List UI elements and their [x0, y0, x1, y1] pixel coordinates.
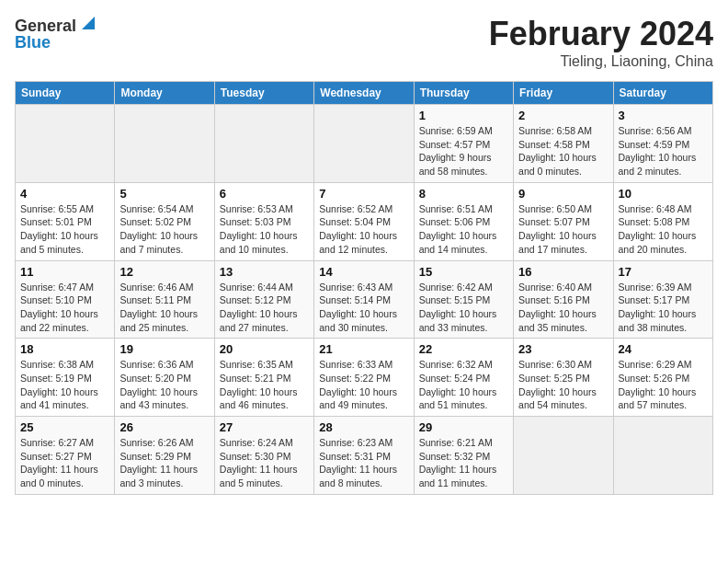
day-info: Sunrise: 6:42 AM Sunset: 5:15 PM Dayligh… [419, 281, 508, 335]
day-number: 18 [20, 342, 109, 356]
day-info: Sunrise: 6:24 AM Sunset: 5:30 PM Dayligh… [220, 436, 309, 490]
day-number: 29 [419, 420, 508, 434]
calendar-cell [115, 105, 214, 183]
day-header-monday: Monday [115, 82, 214, 105]
day-info: Sunrise: 6:40 AM Sunset: 5:16 PM Dayligh… [518, 281, 608, 335]
day-header-tuesday: Tuesday [214, 82, 313, 105]
day-number: 9 [518, 187, 608, 201]
calendar-cell: 26Sunrise: 6:26 AM Sunset: 5:29 PM Dayli… [115, 417, 214, 495]
day-number: 2 [518, 109, 608, 122]
day-number: 26 [119, 420, 209, 434]
day-number: 20 [220, 342, 309, 356]
day-number: 7 [319, 187, 408, 201]
calendar-cell: 28Sunrise: 6:23 AM Sunset: 5:31 PM Dayli… [314, 417, 414, 495]
day-number: 22 [419, 342, 508, 356]
day-number: 12 [119, 265, 209, 279]
day-info: Sunrise: 6:29 AM Sunset: 5:26 PM Dayligh… [619, 358, 708, 412]
calendar-cell: 7Sunrise: 6:52 AM Sunset: 5:04 PM Daylig… [314, 182, 414, 260]
day-info: Sunrise: 6:26 AM Sunset: 5:29 PM Dayligh… [119, 436, 209, 490]
title-area: February 2024 Tieling, Liaoning, China [489, 15, 713, 70]
calendar-cell: 21Sunrise: 6:33 AM Sunset: 5:22 PM Dayli… [314, 339, 414, 417]
day-number: 14 [319, 265, 408, 279]
calendar-cell: 13Sunrise: 6:44 AM Sunset: 5:12 PM Dayli… [214, 260, 313, 339]
day-info: Sunrise: 6:55 AM Sunset: 5:01 PM Dayligh… [20, 202, 109, 257]
calendar-header-row: SundayMondayTuesdayWednesdayThursdayFrid… [16, 82, 713, 105]
day-header-friday: Friday [514, 82, 613, 105]
calendar-week-row: 18Sunrise: 6:38 AM Sunset: 5:19 PM Dayli… [16, 339, 713, 417]
day-number: 15 [419, 265, 508, 279]
calendar-cell [314, 105, 414, 183]
day-info: Sunrise: 6:27 AM Sunset: 5:27 PM Dayligh… [20, 436, 109, 490]
day-header-thursday: Thursday [414, 82, 513, 105]
logo-triangle-icon [78, 15, 95, 36]
calendar-cell: 12Sunrise: 6:46 AM Sunset: 5:11 PM Dayli… [115, 260, 214, 339]
day-info: Sunrise: 6:52 AM Sunset: 5:04 PM Dayligh… [319, 202, 408, 257]
day-info: Sunrise: 6:21 AM Sunset: 5:32 PM Dayligh… [419, 436, 508, 490]
day-number: 21 [319, 342, 408, 356]
calendar-cell: 27Sunrise: 6:24 AM Sunset: 5:30 PM Dayli… [214, 417, 313, 495]
day-number: 17 [619, 265, 708, 279]
calendar-cell: 4Sunrise: 6:55 AM Sunset: 5:01 PM Daylig… [16, 182, 115, 260]
calendar-cell: 19Sunrise: 6:36 AM Sunset: 5:20 PM Dayli… [115, 339, 214, 417]
calendar-cell: 6Sunrise: 6:53 AM Sunset: 5:03 PM Daylig… [214, 182, 313, 260]
day-info: Sunrise: 6:43 AM Sunset: 5:14 PM Dayligh… [319, 281, 408, 335]
calendar-cell: 1Sunrise: 6:59 AM Sunset: 4:57 PM Daylig… [414, 105, 513, 183]
calendar-cell: 16Sunrise: 6:40 AM Sunset: 5:16 PM Dayli… [514, 260, 613, 339]
svg-marker-0 [82, 17, 95, 29]
day-number: 27 [220, 420, 309, 434]
day-number: 11 [20, 265, 109, 279]
day-info: Sunrise: 6:33 AM Sunset: 5:22 PM Dayligh… [319, 358, 408, 412]
logo-blue: Blue [15, 34, 51, 52]
calendar-cell [613, 417, 712, 495]
calendar-cell [514, 417, 613, 495]
calendar-cell: 24Sunrise: 6:29 AM Sunset: 5:26 PM Dayli… [613, 339, 712, 417]
day-info: Sunrise: 6:35 AM Sunset: 5:21 PM Dayligh… [220, 358, 309, 412]
calendar-week-row: 1Sunrise: 6:59 AM Sunset: 4:57 PM Daylig… [16, 105, 713, 183]
calendar-cell: 29Sunrise: 6:21 AM Sunset: 5:32 PM Dayli… [414, 417, 513, 495]
day-info: Sunrise: 6:36 AM Sunset: 5:20 PM Dayligh… [119, 358, 209, 412]
day-info: Sunrise: 6:39 AM Sunset: 5:17 PM Dayligh… [619, 281, 708, 335]
day-number: 10 [619, 187, 708, 201]
calendar-cell: 2Sunrise: 6:58 AM Sunset: 4:58 PM Daylig… [514, 105, 613, 183]
day-number: 5 [119, 187, 209, 201]
day-info: Sunrise: 6:53 AM Sunset: 5:03 PM Dayligh… [220, 202, 309, 257]
day-number: 3 [619, 109, 708, 122]
day-number: 25 [20, 420, 109, 434]
calendar-cell: 3Sunrise: 6:56 AM Sunset: 4:59 PM Daylig… [613, 105, 712, 183]
day-info: Sunrise: 6:47 AM Sunset: 5:10 PM Dayligh… [20, 281, 109, 335]
day-info: Sunrise: 6:59 AM Sunset: 4:57 PM Dayligh… [419, 124, 508, 178]
calendar-table: SundayMondayTuesdayWednesdayThursdayFrid… [15, 81, 713, 495]
calendar-cell: 5Sunrise: 6:54 AM Sunset: 5:02 PM Daylig… [115, 182, 214, 260]
day-number: 6 [220, 187, 309, 201]
calendar-cell: 17Sunrise: 6:39 AM Sunset: 5:17 PM Dayli… [613, 260, 712, 339]
calendar-cell: 15Sunrise: 6:42 AM Sunset: 5:15 PM Dayli… [414, 260, 513, 339]
month-title: February 2024 [489, 15, 713, 53]
day-info: Sunrise: 6:38 AM Sunset: 5:19 PM Dayligh… [20, 358, 109, 412]
day-info: Sunrise: 6:32 AM Sunset: 5:24 PM Dayligh… [419, 358, 508, 412]
day-info: Sunrise: 6:56 AM Sunset: 4:59 PM Dayligh… [619, 124, 708, 178]
day-info: Sunrise: 6:30 AM Sunset: 5:25 PM Dayligh… [518, 358, 608, 412]
day-info: Sunrise: 6:51 AM Sunset: 5:06 PM Dayligh… [419, 202, 508, 257]
day-number: 23 [518, 342, 608, 356]
day-info: Sunrise: 6:58 AM Sunset: 4:58 PM Dayligh… [518, 124, 608, 178]
calendar-week-row: 11Sunrise: 6:47 AM Sunset: 5:10 PM Dayli… [16, 260, 713, 339]
day-header-wednesday: Wednesday [314, 82, 414, 105]
day-info: Sunrise: 6:44 AM Sunset: 5:12 PM Dayligh… [220, 281, 309, 335]
calendar-cell: 20Sunrise: 6:35 AM Sunset: 5:21 PM Dayli… [214, 339, 313, 417]
day-header-saturday: Saturday [613, 82, 712, 105]
day-number: 13 [220, 265, 309, 279]
day-number: 1 [419, 109, 508, 122]
calendar-cell: 18Sunrise: 6:38 AM Sunset: 5:19 PM Dayli… [16, 339, 115, 417]
calendar-cell: 25Sunrise: 6:27 AM Sunset: 5:27 PM Dayli… [16, 417, 115, 495]
day-info: Sunrise: 6:23 AM Sunset: 5:31 PM Dayligh… [319, 436, 408, 490]
location-title: Tieling, Liaoning, China [489, 53, 713, 70]
day-number: 19 [119, 342, 209, 356]
logo: General Blue [15, 15, 95, 52]
day-info: Sunrise: 6:50 AM Sunset: 5:07 PM Dayligh… [518, 202, 608, 257]
calendar-cell: 22Sunrise: 6:32 AM Sunset: 5:24 PM Dayli… [414, 339, 513, 417]
calendar-cell [214, 105, 313, 183]
calendar-cell [16, 105, 115, 183]
day-number: 28 [319, 420, 408, 434]
calendar-cell: 9Sunrise: 6:50 AM Sunset: 5:07 PM Daylig… [514, 182, 613, 260]
calendar-cell: 8Sunrise: 6:51 AM Sunset: 5:06 PM Daylig… [414, 182, 513, 260]
